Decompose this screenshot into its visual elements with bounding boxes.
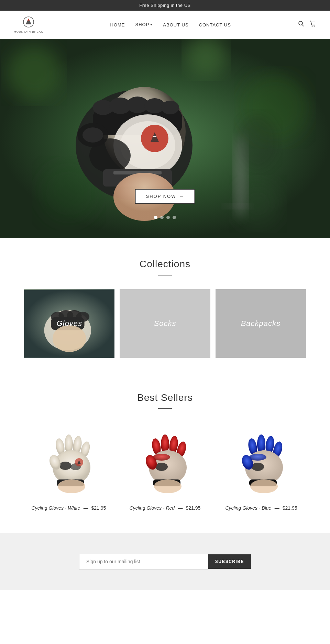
slider-dot-4[interactable]: [173, 216, 176, 219]
slider-dot-1[interactable]: [154, 216, 157, 219]
product-name-white: Cycling Gloves - White: [32, 505, 80, 511]
collections-divider: [158, 275, 172, 275]
product-info-blue: Cycling Gloves - Blue — $21.95: [217, 504, 306, 512]
svg-point-38: [237, 114, 278, 169]
nav-about-us[interactable]: ABOUT US: [163, 22, 188, 27]
product-name-red: Cycling Gloves - Red: [130, 505, 175, 511]
svg-point-9: [311, 26, 312, 27]
main-nav: HOME SHOP ▾ ABOUT US CONTACT US: [110, 22, 231, 28]
collections-section: Collections: [0, 238, 330, 375]
arrow-icon: →: [179, 194, 184, 199]
svg-marker-2: [28, 19, 30, 21]
bestsellers-title: Best Sellers: [14, 392, 316, 403]
mailing-form: SUBSCRIBE: [79, 554, 251, 569]
bestsellers-divider: [158, 408, 172, 409]
svg-point-34: [82, 127, 103, 143]
slider-dot-3[interactable]: [166, 216, 170, 219]
cart-icon: [309, 21, 316, 27]
subscribe-button[interactable]: SUBSCRIBE: [208, 554, 251, 569]
svg-point-67: [155, 463, 168, 471]
collection-item-gloves[interactable]: Gloves: [24, 289, 114, 358]
product-card-blue[interactable]: Cycling Gloves - Blue — $21.95: [217, 423, 306, 512]
top-banner-text: Free Shipping in the US: [139, 3, 191, 8]
svg-point-10: [314, 26, 315, 27]
shop-dropdown-icon: ▾: [150, 22, 153, 27]
white-glove-image: [34, 426, 103, 495]
search-icon: [298, 21, 304, 27]
product-sep-red: —: [178, 505, 184, 511]
collections-title: Collections: [14, 259, 316, 270]
collection-item-socks[interactable]: Socks: [120, 289, 210, 358]
mailing-input[interactable]: [79, 554, 208, 569]
product-image-blue: [217, 423, 306, 498]
socks-label: Socks: [120, 289, 210, 358]
product-sep-white: —: [84, 505, 90, 511]
nav-home[interactable]: HOME: [110, 22, 125, 27]
products-grid: Cycling Gloves - White — $21.95: [24, 423, 306, 512]
slider-dot-2[interactable]: [160, 216, 164, 219]
product-image-red: [120, 423, 210, 498]
product-card-white[interactable]: Cycling Gloves - White — $21.95: [24, 423, 113, 512]
gloves-label: Gloves: [24, 289, 114, 358]
slider-dots: [154, 216, 176, 219]
product-sep-blue: —: [275, 505, 281, 511]
svg-point-78: [252, 463, 264, 471]
mailing-section: SUBSCRIBE: [0, 533, 330, 590]
svg-point-57: [58, 479, 85, 493]
hero-glove-illustration: [0, 39, 330, 238]
collection-item-backpacks[interactable]: Backpacks: [216, 289, 306, 358]
blue-glove-image: [227, 426, 296, 495]
logo[interactable]: MOUNTAIN BREAK: [14, 16, 43, 33]
svg-point-12: [7, 46, 62, 101]
svg-line-5: [302, 25, 304, 26]
hero-slider: SHOP NOW →: [0, 39, 330, 238]
header: MOUNTAIN BREAK HOME SHOP ▾ ABOUT US: [0, 11, 330, 39]
product-name-blue: Cycling Gloves - Blue: [226, 505, 272, 511]
hero-background: [0, 39, 330, 238]
svg-rect-37: [223, 204, 251, 209]
logo-icon: [20, 16, 37, 30]
shop-now-button[interactable]: SHOP NOW →: [135, 189, 195, 204]
product-price-white: $21.95: [91, 505, 106, 511]
product-price-blue: $21.95: [283, 505, 297, 511]
product-info-red: Cycling Gloves - Red — $21.95: [120, 504, 210, 512]
red-glove-image: [131, 426, 199, 495]
product-card-red[interactable]: Cycling Gloves - Red — $21.95: [120, 423, 210, 512]
product-info-white: Cycling Gloves - White — $21.95: [24, 504, 113, 512]
svg-line-6: [311, 21, 311, 24]
cart-button[interactable]: [309, 21, 316, 29]
svg-point-70: [154, 479, 182, 493]
svg-point-53: [59, 462, 72, 470]
logo-text: MOUNTAIN BREAK: [14, 30, 43, 33]
top-banner: Free Shipping in the US: [0, 0, 330, 11]
bestsellers-section: Best Sellers: [0, 375, 330, 533]
nav-icons: [298, 21, 316, 29]
backpacks-label: Backpacks: [216, 289, 306, 358]
product-image-white: [24, 423, 113, 498]
nav-contact-us[interactable]: CONTACT US: [199, 22, 231, 27]
svg-point-81: [250, 479, 278, 493]
product-price-red: $21.95: [186, 505, 201, 511]
search-button[interactable]: [298, 21, 304, 29]
nav-shop[interactable]: SHOP ▾: [135, 22, 153, 27]
collections-grid: Gloves Socks Backpacks: [24, 289, 306, 358]
svg-point-24: [161, 101, 179, 114]
